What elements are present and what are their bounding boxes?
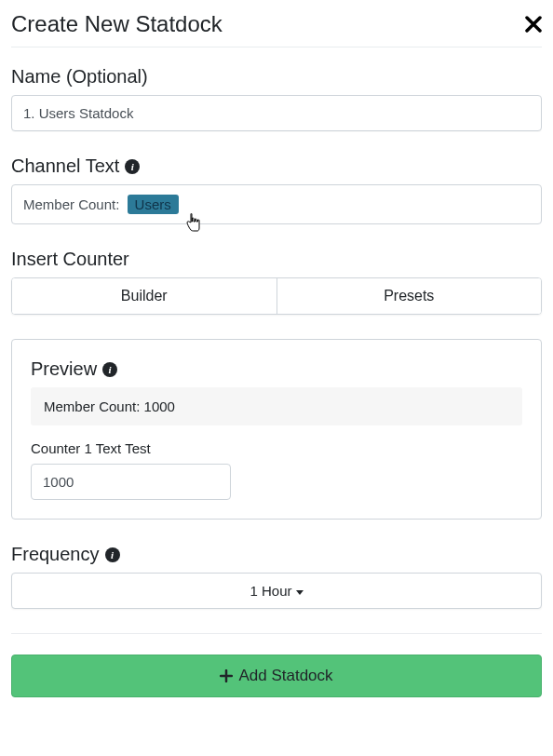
frequency-value: 1 Hour xyxy=(250,583,291,599)
info-icon[interactable]: i xyxy=(125,159,140,174)
name-label: Name (Optional) xyxy=(11,66,542,88)
info-icon[interactable]: i xyxy=(105,547,120,562)
close-button[interactable] xyxy=(525,11,542,37)
tab-builder[interactable]: Builder xyxy=(12,278,276,314)
preview-panel: Preview i Member Count: 1000 Counter 1 T… xyxy=(11,339,542,520)
counter-tag[interactable]: Users xyxy=(128,195,179,214)
divider xyxy=(11,633,542,634)
frequency-select[interactable]: 1 Hour xyxy=(11,573,542,609)
info-icon[interactable]: i xyxy=(102,362,117,377)
chevron-down-icon xyxy=(296,590,303,595)
modal-title: Create New Statdock xyxy=(11,11,223,37)
close-icon xyxy=(525,16,542,33)
insert-counter-label: Insert Counter xyxy=(11,249,542,270)
add-statdock-label: Add Statdock xyxy=(238,667,332,685)
preview-output: Member Count: 1000 xyxy=(31,387,522,425)
name-input[interactable] xyxy=(11,95,542,131)
plus-icon xyxy=(220,669,233,682)
frequency-label: Frequency xyxy=(11,544,100,565)
preview-label: Preview xyxy=(31,358,97,380)
counter-test-label: Counter 1 Text Test xyxy=(31,440,522,456)
counter-test-input[interactable] xyxy=(31,464,231,500)
add-statdock-button[interactable]: Add Statdock xyxy=(11,655,542,697)
channel-text-label: Channel Text xyxy=(11,155,119,177)
channel-text-prefix: Member Count: xyxy=(23,196,119,212)
channel-text-input[interactable]: Member Count: Users xyxy=(11,184,542,224)
insert-counter-tabs: Builder Presets xyxy=(11,277,542,315)
pointer-cursor-icon xyxy=(185,213,202,234)
tab-presets[interactable]: Presets xyxy=(276,278,542,314)
